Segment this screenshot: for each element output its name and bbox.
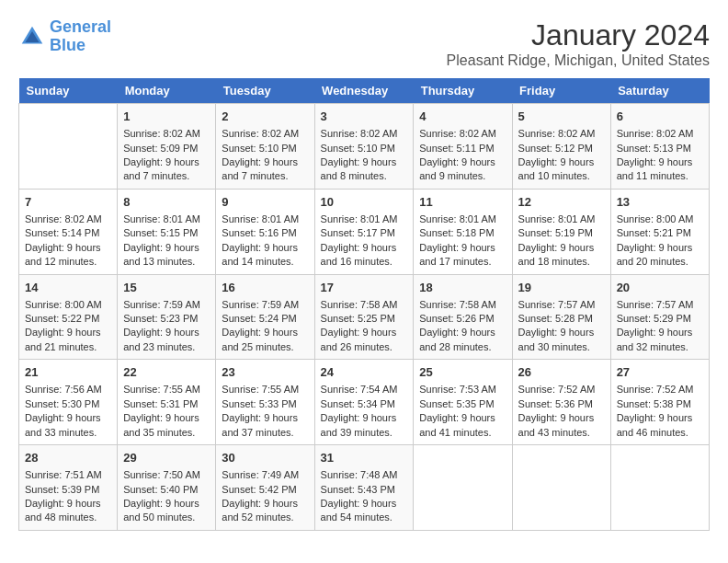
day-info: Sunrise: 8:01 AM Sunset: 5:17 PM Dayligh… <box>321 213 398 267</box>
column-header-monday: Monday <box>118 78 216 104</box>
day-number: 6 <box>617 109 703 125</box>
calendar-cell: 9Sunrise: 8:01 AM Sunset: 5:16 PM Daylig… <box>216 189 314 274</box>
day-number: 30 <box>222 450 308 466</box>
calendar-cell: 16Sunrise: 7:59 AM Sunset: 5:24 PM Dayli… <box>216 274 314 360</box>
logo-text: General Blue <box>50 18 111 55</box>
day-info: Sunrise: 8:02 AM Sunset: 5:14 PM Dayligh… <box>25 213 102 267</box>
day-info: Sunrise: 7:55 AM Sunset: 5:31 PM Dayligh… <box>123 384 200 437</box>
calendar-title: January 2024 <box>447 18 710 52</box>
day-info: Sunrise: 7:59 AM Sunset: 5:23 PM Dayligh… <box>123 299 200 352</box>
column-header-thursday: Thursday <box>414 78 512 104</box>
day-number: 28 <box>25 450 111 466</box>
day-number: 13 <box>617 194 703 211</box>
calendar-header-row: SundayMondayTuesdayWednesdayThursdayFrid… <box>19 78 710 104</box>
day-info: Sunrise: 7:59 AM Sunset: 5:24 PM Dayligh… <box>222 299 299 352</box>
calendar-week-4: 21Sunrise: 7:56 AM Sunset: 5:30 PM Dayli… <box>19 360 710 445</box>
day-info: Sunrise: 8:02 AM Sunset: 5:11 PM Dayligh… <box>419 128 496 181</box>
day-info: Sunrise: 8:01 AM Sunset: 5:15 PM Dayligh… <box>123 213 200 267</box>
day-number: 29 <box>123 450 210 466</box>
day-number: 5 <box>518 109 605 125</box>
day-info: Sunrise: 7:49 AM Sunset: 5:42 PM Dayligh… <box>222 469 299 523</box>
calendar-cell: 24Sunrise: 7:54 AM Sunset: 5:34 PM Dayli… <box>314 360 414 445</box>
calendar-cell: 5Sunrise: 8:02 AM Sunset: 5:12 PM Daylig… <box>512 104 610 190</box>
day-number: 10 <box>321 194 408 211</box>
calendar-cell <box>414 445 512 531</box>
calendar-cell: 25Sunrise: 7:53 AM Sunset: 5:35 PM Dayli… <box>414 360 512 445</box>
calendar-cell: 1Sunrise: 8:02 AM Sunset: 5:09 PM Daylig… <box>118 104 216 190</box>
logo: General Blue <box>18 18 111 55</box>
day-number: 4 <box>419 109 506 125</box>
day-info: Sunrise: 8:02 AM Sunset: 5:13 PM Dayligh… <box>617 128 694 181</box>
day-info: Sunrise: 7:52 AM Sunset: 5:36 PM Dayligh… <box>518 384 596 437</box>
calendar-cell: 3Sunrise: 8:02 AM Sunset: 5:10 PM Daylig… <box>314 104 414 190</box>
day-info: Sunrise: 8:02 AM Sunset: 5:09 PM Dayligh… <box>123 128 200 181</box>
day-info: Sunrise: 8:01 AM Sunset: 5:18 PM Dayligh… <box>419 213 496 267</box>
day-number: 25 <box>419 364 506 381</box>
calendar-cell: 12Sunrise: 8:01 AM Sunset: 5:19 PM Dayli… <box>512 189 610 274</box>
day-number: 31 <box>321 450 408 466</box>
calendar-cell: 8Sunrise: 8:01 AM Sunset: 5:15 PM Daylig… <box>118 189 216 274</box>
calendar-cell: 22Sunrise: 7:55 AM Sunset: 5:31 PM Dayli… <box>118 360 216 445</box>
calendar-cell: 15Sunrise: 7:59 AM Sunset: 5:23 PM Dayli… <box>118 274 216 360</box>
calendar-cell: 17Sunrise: 7:58 AM Sunset: 5:25 PM Dayli… <box>314 274 414 360</box>
calendar-week-3: 14Sunrise: 8:00 AM Sunset: 5:22 PM Dayli… <box>19 274 710 360</box>
calendar-cell: 28Sunrise: 7:51 AM Sunset: 5:39 PM Dayli… <box>19 445 118 531</box>
calendar-cell: 10Sunrise: 8:01 AM Sunset: 5:17 PM Dayli… <box>314 189 414 274</box>
day-number: 15 <box>123 280 210 296</box>
day-number: 2 <box>222 109 308 125</box>
calendar-cell <box>610 445 709 531</box>
day-number: 20 <box>617 280 703 296</box>
calendar-table: SundayMondayTuesdayWednesdayThursdayFrid… <box>18 78 710 531</box>
calendar-cell: 31Sunrise: 7:48 AM Sunset: 5:43 PM Dayli… <box>314 445 414 531</box>
day-number: 16 <box>222 280 308 296</box>
calendar-cell: 13Sunrise: 8:00 AM Sunset: 5:21 PM Dayli… <box>610 189 709 274</box>
day-number: 26 <box>518 364 605 381</box>
day-number: 27 <box>617 364 703 381</box>
day-number: 8 <box>123 194 210 211</box>
day-info: Sunrise: 7:55 AM Sunset: 5:33 PM Dayligh… <box>222 384 299 437</box>
day-number: 18 <box>419 280 506 296</box>
calendar-cell: 18Sunrise: 7:58 AM Sunset: 5:26 PM Dayli… <box>414 274 512 360</box>
day-number: 22 <box>123 364 210 381</box>
calendar-week-5: 28Sunrise: 7:51 AM Sunset: 5:39 PM Dayli… <box>19 445 710 531</box>
day-info: Sunrise: 7:58 AM Sunset: 5:25 PM Dayligh… <box>321 299 398 352</box>
day-info: Sunrise: 7:51 AM Sunset: 5:39 PM Dayligh… <box>25 469 102 523</box>
day-info: Sunrise: 8:02 AM Sunset: 5:10 PM Dayligh… <box>222 128 299 181</box>
calendar-cell: 6Sunrise: 8:02 AM Sunset: 5:13 PM Daylig… <box>610 104 709 190</box>
day-number: 12 <box>518 194 605 211</box>
day-info: Sunrise: 8:01 AM Sunset: 5:16 PM Dayligh… <box>222 213 299 267</box>
calendar-cell: 7Sunrise: 8:02 AM Sunset: 5:14 PM Daylig… <box>19 189 118 274</box>
day-info: Sunrise: 8:01 AM Sunset: 5:19 PM Dayligh… <box>518 213 596 267</box>
day-number: 19 <box>518 280 605 296</box>
calendar-cell: 27Sunrise: 7:52 AM Sunset: 5:38 PM Dayli… <box>610 360 709 445</box>
day-info: Sunrise: 8:02 AM Sunset: 5:10 PM Dayligh… <box>321 128 398 181</box>
day-number: 3 <box>321 109 408 125</box>
day-number: 14 <box>25 280 111 296</box>
calendar-cell <box>19 104 118 190</box>
calendar-cell: 21Sunrise: 7:56 AM Sunset: 5:30 PM Dayli… <box>19 360 118 445</box>
day-info: Sunrise: 8:00 AM Sunset: 5:21 PM Dayligh… <box>617 213 694 267</box>
day-info: Sunrise: 7:57 AM Sunset: 5:28 PM Dayligh… <box>518 299 596 352</box>
calendar-body: 1Sunrise: 8:02 AM Sunset: 5:09 PM Daylig… <box>19 104 710 531</box>
column-header-wednesday: Wednesday <box>314 78 414 104</box>
calendar-cell: 30Sunrise: 7:49 AM Sunset: 5:42 PM Dayli… <box>216 445 314 531</box>
calendar-cell <box>512 445 610 531</box>
logo-icon <box>18 23 46 51</box>
calendar-cell: 2Sunrise: 8:02 AM Sunset: 5:10 PM Daylig… <box>216 104 314 190</box>
day-info: Sunrise: 7:50 AM Sunset: 5:40 PM Dayligh… <box>123 469 200 523</box>
day-number: 9 <box>222 194 308 211</box>
day-number: 7 <box>25 194 111 211</box>
calendar-cell: 20Sunrise: 7:57 AM Sunset: 5:29 PM Dayli… <box>610 274 709 360</box>
day-info: Sunrise: 7:57 AM Sunset: 5:29 PM Dayligh… <box>617 299 694 352</box>
calendar-cell: 29Sunrise: 7:50 AM Sunset: 5:40 PM Dayli… <box>118 445 216 531</box>
day-info: Sunrise: 7:58 AM Sunset: 5:26 PM Dayligh… <box>419 299 496 352</box>
day-info: Sunrise: 8:00 AM Sunset: 5:22 PM Dayligh… <box>25 299 102 352</box>
calendar-week-1: 1Sunrise: 8:02 AM Sunset: 5:09 PM Daylig… <box>19 104 710 190</box>
calendar-cell: 19Sunrise: 7:57 AM Sunset: 5:28 PM Dayli… <box>512 274 610 360</box>
column-header-tuesday: Tuesday <box>216 78 314 104</box>
calendar-subtitle: Pleasant Ridge, Michigan, United States <box>447 52 710 69</box>
day-info: Sunrise: 7:48 AM Sunset: 5:43 PM Dayligh… <box>321 469 398 523</box>
day-number: 1 <box>123 109 210 125</box>
day-info: Sunrise: 7:53 AM Sunset: 5:35 PM Dayligh… <box>419 384 496 437</box>
calendar-cell: 23Sunrise: 7:55 AM Sunset: 5:33 PM Dayli… <box>216 360 314 445</box>
